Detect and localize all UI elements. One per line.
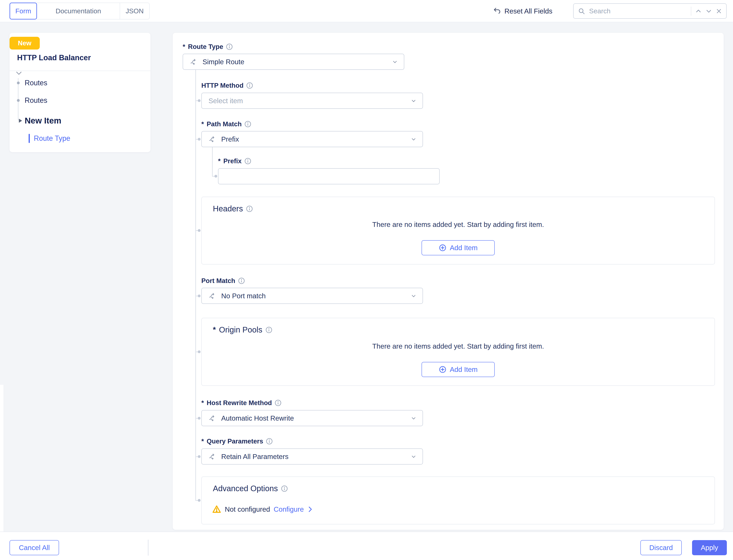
headers-title: Headers: [213, 204, 243, 213]
sidebar-item-new-item[interactable]: New Item: [25, 116, 61, 126]
search-next-icon[interactable]: [706, 8, 712, 14]
info-icon: [246, 82, 253, 89]
chevron-down-icon: [410, 454, 416, 460]
host-rewrite-value: Automatic Host Rewrite: [221, 414, 294, 422]
branch-icon: [209, 292, 216, 300]
chevron-down-icon: [410, 136, 416, 142]
search-box: [573, 3, 727, 19]
tab-form[interactable]: Form: [10, 3, 37, 19]
host-rewrite-label: Host Rewrite Method: [207, 399, 272, 407]
info-icon: [246, 205, 253, 212]
required-marker: *: [201, 399, 204, 407]
reset-all-fields-label: Reset All Fields: [504, 7, 552, 15]
http-method-label: HTTP Method: [201, 82, 244, 89]
sidebar-item-routes-2[interactable]: Routes: [25, 96, 47, 105]
info-icon: [266, 438, 273, 445]
tree-node-dot: [198, 99, 201, 102]
discard-button[interactable]: Discard: [640, 540, 682, 555]
port-match-label-row: Port Match: [201, 276, 245, 285]
chevron-right-icon[interactable]: [307, 506, 313, 513]
form-subtree-connector: [212, 147, 213, 177]
headers-section: Headers There are no items added yet. St…: [201, 197, 715, 264]
object-tree-panel: New HTTP Load Balancer Routes Routes New…: [10, 33, 151, 152]
origin-pools-title: Origin Pools: [219, 325, 262, 334]
headers-add-item-label: Add Item: [450, 244, 477, 252]
chevron-down-icon: [392, 59, 398, 65]
sidebar-item-routes-1[interactable]: Routes: [25, 79, 47, 87]
host-rewrite-select[interactable]: Automatic Host Rewrite: [201, 410, 423, 426]
http-method-select[interactable]: Select item: [201, 93, 423, 109]
search-prev-icon[interactable]: [695, 8, 702, 14]
required-marker: *: [183, 43, 185, 51]
sidebar-divider: [10, 71, 151, 71]
http-method-placeholder: Select item: [209, 97, 243, 105]
advanced-configure-link[interactable]: Configure: [274, 505, 304, 513]
required-marker: *: [213, 326, 216, 334]
tree-node-dot: [198, 295, 201, 297]
info-icon: [245, 158, 251, 164]
path-match-label: Path Match: [207, 120, 242, 128]
prefix-label-row: * Prefix: [218, 157, 251, 165]
active-item-bar: [29, 134, 30, 143]
query-params-label: Query Parameters: [207, 437, 263, 445]
path-match-select[interactable]: Prefix: [201, 131, 423, 147]
view-tabs: Form Documentation JSON: [10, 3, 150, 19]
collapsed-panel-edge: [0, 385, 4, 532]
info-icon: [226, 43, 233, 50]
host-rewrite-label-row: * Host Rewrite Method: [201, 399, 282, 407]
info-icon: [238, 277, 245, 284]
sidebar-item-route-type[interactable]: Route Type: [34, 134, 70, 143]
tree-bullet: [17, 82, 20, 84]
prefix-label: Prefix: [223, 157, 242, 165]
tab-json[interactable]: JSON: [120, 3, 150, 19]
origin-pools-title-row: * Origin Pools: [213, 325, 272, 334]
advanced-options-title-row: Advanced Options: [213, 484, 288, 493]
query-params-label-row: * Query Parameters: [201, 437, 273, 446]
advanced-options-title: Advanced Options: [213, 484, 278, 493]
search-close-icon[interactable]: [716, 8, 722, 14]
tree-expand-arrow-icon[interactable]: [19, 119, 22, 123]
prefix-input[interactable]: [218, 168, 440, 184]
reset-all-fields-button[interactable]: Reset All Fields: [493, 0, 552, 22]
search-divider: [691, 7, 691, 16]
port-match-select[interactable]: No Port match: [201, 288, 423, 304]
plus-circle-icon: [439, 366, 446, 373]
route-type-value: Simple Route: [203, 58, 244, 66]
origin-pools-section: * Origin Pools There are no items added …: [201, 318, 715, 386]
collapse-caret-icon[interactable]: [16, 71, 22, 75]
origin-pools-empty-text: There are no items added yet. Start by a…: [202, 342, 715, 350]
branch-icon: [209, 453, 216, 460]
path-match-label-row: * Path Match: [201, 120, 251, 128]
info-icon: [275, 400, 282, 406]
http-method-label-row: HTTP Method: [201, 81, 253, 90]
tab-documentation[interactable]: Documentation: [37, 3, 120, 19]
search-input[interactable]: [589, 7, 687, 15]
undo-icon: [493, 7, 501, 15]
tree-node-dot: [198, 138, 201, 141]
apply-button[interactable]: Apply: [692, 540, 727, 555]
search-icon: [578, 8, 585, 15]
tree-node-dot: [215, 175, 217, 178]
advanced-status-text: Not configured: [225, 505, 270, 513]
footer-divider: [148, 540, 149, 556]
required-marker: *: [201, 120, 204, 128]
query-params-value: Retain All Parameters: [221, 453, 289, 461]
origin-pools-add-item-label: Add Item: [450, 366, 477, 373]
status-badge: New: [10, 37, 40, 50]
chevron-down-icon: [410, 415, 416, 421]
headers-add-item-button[interactable]: Add Item: [421, 240, 495, 255]
chevron-down-icon: [410, 98, 416, 104]
page-title: HTTP Load Balancer: [17, 53, 91, 62]
form-tree-connector: [195, 70, 196, 501]
tree-node-dot: [198, 350, 201, 353]
cancel-all-button[interactable]: Cancel All: [10, 540, 59, 555]
top-toolbar: Form Documentation JSON Reset All Fields: [0, 0, 733, 22]
plus-circle-icon: [439, 244, 446, 252]
chevron-down-icon: [410, 293, 416, 299]
route-type-label: Route Type: [188, 43, 223, 51]
route-type-select[interactable]: Simple Route: [183, 54, 404, 70]
query-params-select[interactable]: Retain All Parameters: [201, 448, 423, 465]
advanced-config-row: Not configured Configure: [212, 504, 313, 514]
info-icon: [245, 121, 251, 127]
origin-pools-add-item-button[interactable]: Add Item: [421, 362, 495, 377]
